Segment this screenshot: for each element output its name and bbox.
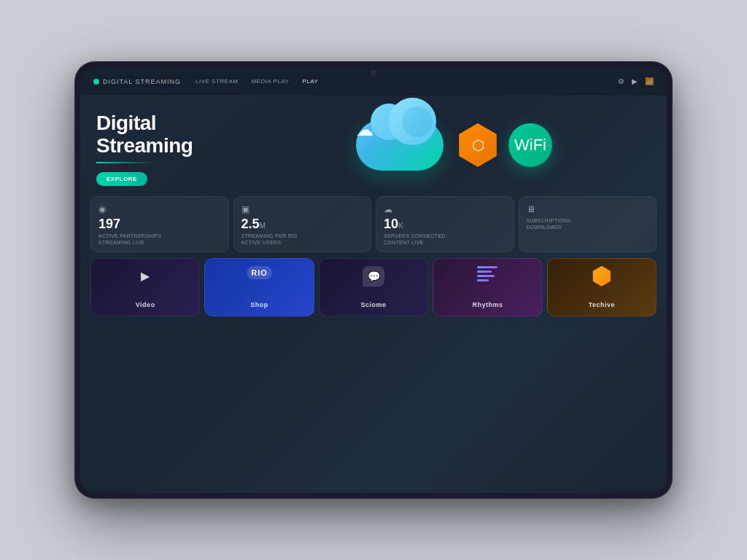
nav-logo-text: DIGITAL STREAMING (103, 78, 181, 85)
stat-icon-3: 🖥 (527, 204, 649, 214)
hero-visuals: ☁ ⬡ WiFi (254, 112, 651, 174)
stat-label-3: SUBSCRIPTIONS DOWNLOADS (527, 217, 649, 230)
tile-techive[interactable]: Techive (547, 258, 657, 316)
stat-label-0: ACTIVE PARTNERSHIPS STREAMING LIVE (98, 233, 221, 246)
hero-section: Digital Streaming EXPLORE ☁ (80, 96, 667, 196)
stat-number-0: 197 (98, 217, 221, 230)
cloud-icon-symbol: ☁ (356, 120, 374, 140)
cloud-bump3 (402, 106, 433, 137)
nav-link-livestream[interactable]: LIVE STREAM (196, 78, 238, 85)
tile-stream[interactable]: 💬 Sciome (319, 258, 428, 316)
stat-value-1: 2.5 (241, 217, 260, 231)
stat-value-0: 197 (98, 217, 120, 231)
hex-symbol: ⬡ (472, 136, 484, 154)
stat-card-1: ▣ 2.5M STREAMING PER 500 ACTIVE USERS (233, 196, 372, 252)
hero-underline (96, 162, 155, 163)
rhythm-lines-icon (477, 266, 498, 281)
tile-stream-icon: 💬 (363, 266, 384, 287)
tile-techive-icon (592, 266, 612, 287)
stat-icon-2: ☁ (384, 204, 506, 214)
tile-rhythms-icon (477, 266, 498, 281)
stat-value-2: 10 (384, 217, 398, 231)
nav-link-play[interactable]: PLAY (302, 78, 318, 85)
hero-title-line1: Digital (96, 112, 156, 134)
rhythm-line-4 (477, 279, 489, 281)
stat-card-2: ☁ 10K SERVERS CONNECTED CONTENT LIVE (376, 196, 514, 252)
hexagon-icon: ⬡ (456, 123, 500, 167)
stat-label-2: SERVERS CONNECTED CONTENT LIVE (384, 233, 506, 246)
settings-icon[interactable]: ⚙ (618, 77, 624, 85)
tile-shop-label: Shop (250, 279, 268, 308)
tile-video-icon: ▶ (135, 266, 155, 287)
nav-link-mediaplay[interactable]: MEDIA PLAY (251, 78, 289, 85)
nav-logo: DIGITAL STREAMING (93, 78, 181, 85)
rhythm-line-2 (477, 271, 492, 273)
hero-title-line2: Streaming (96, 134, 193, 157)
stat-number-1: 2.5M (241, 217, 364, 230)
rhythm-line-3 (477, 275, 495, 277)
tile-rhythms[interactable]: Rhythms (433, 258, 542, 316)
chat-bubble-icon: 💬 (363, 266, 384, 287)
stat-icon-0: ◉ (98, 204, 221, 214)
tile-video[interactable]: ▶ Video (90, 258, 200, 316)
stats-row: ◉ 197 ACTIVE PARTNERSHIPS STREAMING LIVE… (80, 196, 667, 252)
tiles-row: ▶ Video RIO Shop 💬 Sciome (80, 258, 667, 325)
wifi-icon-container: WiFi (508, 123, 552, 167)
play-nav-icon[interactable]: ▶ (632, 77, 638, 85)
tablet-screen: DIGITAL STREAMING LIVE STREAM MEDIA PLAY… (80, 67, 667, 493)
tablet-device: DIGITAL STREAMING LIVE STREAM MEDIA PLAY… (74, 61, 673, 499)
stat-icon-1: ▣ (241, 204, 364, 214)
tile-rhythms-label: Rhythms (472, 279, 503, 308)
shop-logo-text: RIO (247, 266, 272, 279)
play-triangle-icon: ▶ (135, 266, 155, 287)
hero-cta-button[interactable]: EXPLORE (96, 172, 147, 186)
tile-shop[interactable]: RIO Shop (204, 258, 314, 316)
rhythm-line-1 (477, 266, 498, 268)
nav-links: LIVE STREAM MEDIA PLAY PLAY (196, 78, 318, 85)
stat-number-2: 10K (384, 217, 506, 230)
nav-right: ⚙ ▶ 📶 (618, 77, 654, 85)
stat-card-0: ◉ 197 ACTIVE PARTNERSHIPS STREAMING LIVE (90, 196, 229, 252)
tile-shop-icon: RIO (247, 266, 272, 279)
stat-card-3: 🖥 SUBSCRIPTIONS DOWNLOADS (519, 196, 657, 252)
stat-label-1: STREAMING PER 500 ACTIVE USERS (241, 233, 364, 246)
hero-text: Digital Streaming EXPLORE (96, 112, 242, 186)
tablet-camera (371, 70, 376, 76)
hexagon-tile-icon (592, 266, 612, 287)
cloud-visual: ☁ (352, 116, 447, 174)
nav-logo-dot (93, 79, 99, 85)
cloud-shape: ☁ (356, 120, 444, 171)
signal-icon: 📶 (645, 77, 654, 85)
wifi-symbol: WiFi (514, 136, 546, 155)
hero-title: Digital Streaming (96, 112, 242, 158)
